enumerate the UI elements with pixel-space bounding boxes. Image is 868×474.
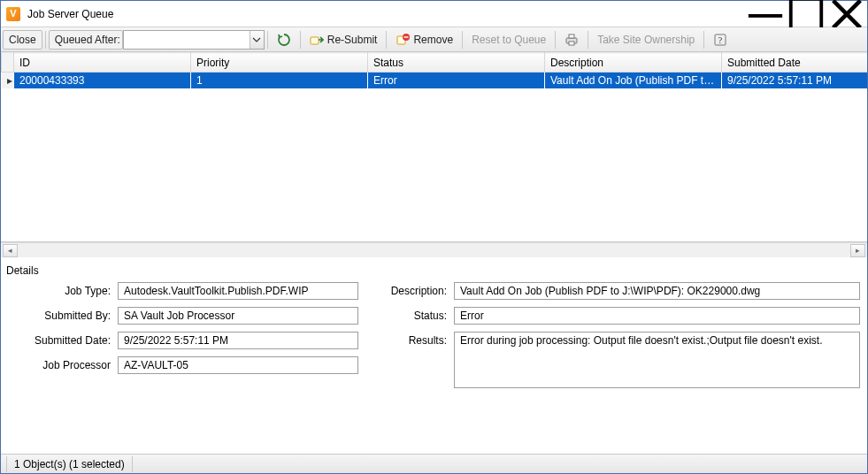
window-title: Job Server Queue: [27, 8, 113, 20]
job-type-field: Autodesk.VaultToolkit.Publish.PDF.WIP: [118, 282, 358, 300]
toolbar: Close Queued After: Re-Submit: [1, 27, 867, 52]
details-header: Details: [4, 263, 860, 282]
close-button[interactable]: Close: [3, 30, 42, 50]
svg-rect-8: [569, 42, 574, 45]
reset-to-queue-button[interactable]: Reset to Queue: [465, 30, 552, 50]
svg-rect-0: [749, 14, 782, 18]
cell-submitted-date: 9/25/2022 5:57:11 PM: [722, 73, 868, 89]
table-row[interactable]: ▸ 20000433393 1 Error Vault Add On Job (…: [2, 73, 868, 89]
row-indicator-icon: ▸: [2, 73, 14, 89]
toolbar-separator: [386, 31, 387, 49]
help-icon: ?: [713, 33, 727, 47]
toolbar-separator: [267, 31, 268, 49]
svg-rect-7: [569, 34, 574, 38]
description-label: Description:: [367, 282, 447, 297]
cell-description: Vault Add On Job (Publish PDF to J:...: [545, 73, 722, 89]
printer-icon: [565, 33, 579, 47]
svg-rect-5: [404, 36, 409, 37]
col-header-description[interactable]: Description: [545, 53, 722, 73]
svg-text:?: ?: [718, 35, 723, 45]
help-button[interactable]: ?: [707, 30, 734, 50]
scroll-right-icon[interactable]: ▸: [850, 244, 865, 257]
results-field: Error during job processing: Output file…: [454, 332, 860, 388]
take-ownership-label: Take Site Ownership: [597, 34, 695, 46]
resubmit-label: Re-Submit: [327, 34, 378, 46]
minimize-button[interactable]: [745, 1, 786, 27]
description-field: Vault Add On Job (Publish PDF to J:\WIP\…: [454, 282, 860, 300]
close-label: Close: [9, 34, 36, 46]
row-handle-header: [2, 53, 14, 73]
object-count: 1 Object(s) (1 selected): [6, 456, 133, 472]
queued-after-label: Queued After:: [55, 34, 120, 46]
app-window: V Job Server Queue Close Queued After:: [0, 0, 868, 474]
horizontal-scrollbar[interactable]: ◂ ▸: [1, 242, 867, 257]
refresh-icon: [277, 33, 291, 47]
cell-id: 20000433393: [14, 73, 191, 89]
scroll-left-icon[interactable]: ◂: [3, 244, 18, 257]
job-processor-label: Job Processor: [4, 356, 111, 371]
toolbar-separator: [703, 31, 704, 49]
svg-rect-1: [791, 0, 822, 29]
col-header-status[interactable]: Status: [368, 53, 545, 73]
col-header-priority[interactable]: Priority: [191, 53, 368, 73]
close-window-button[interactable]: [826, 1, 867, 27]
cell-priority: 1: [191, 73, 368, 89]
queued-after-input[interactable]: [124, 31, 250, 49]
job-type-label: Job Type:: [4, 282, 111, 297]
remove-label: Remove: [413, 34, 453, 46]
toolbar-separator: [555, 31, 556, 49]
remove-button[interactable]: Remove: [389, 30, 459, 50]
col-header-submitted-date[interactable]: Submitted Date: [722, 53, 868, 73]
queued-after-combo[interactable]: [123, 30, 265, 50]
remove-icon: [396, 33, 410, 47]
reset-label: Reset to Queue: [472, 34, 546, 46]
toolbar-separator: [462, 31, 463, 49]
status-field: Error: [454, 307, 860, 325]
results-label: Results:: [367, 332, 447, 347]
svg-rect-2: [311, 37, 319, 44]
col-header-id[interactable]: ID: [14, 53, 191, 73]
submitted-date-label: Submitted Date:: [4, 332, 111, 347]
toolbar-separator: [45, 31, 46, 49]
status-label: Status:: [367, 307, 447, 322]
title-bar: V Job Server Queue: [1, 1, 867, 27]
job-processor-field: AZ-VAULT-05: [118, 356, 358, 374]
combo-arrow[interactable]: [250, 31, 264, 49]
status-bar: 1 Object(s) (1 selected): [1, 454, 867, 473]
maximize-button[interactable]: [786, 1, 826, 27]
grid-area: ID Priority Status Description Submitted…: [1, 52, 867, 242]
submitted-date-field: 9/25/2022 5:57:11 PM: [118, 332, 358, 349]
job-grid[interactable]: ID Priority Status Description Submitted…: [1, 52, 867, 88]
resubmit-button[interactable]: Re-Submit: [303, 30, 384, 50]
app-icon: V: [6, 7, 20, 21]
refresh-button[interactable]: [271, 30, 297, 50]
print-button[interactable]: [558, 30, 585, 50]
resubmit-icon: [310, 33, 324, 47]
cell-status: Error: [368, 73, 545, 89]
toolbar-separator: [588, 31, 588, 49]
toolbar-separator: [300, 31, 301, 49]
queued-after-group: Queued After:: [49, 30, 123, 50]
details-panel: Details Job Type: Autodesk.VaultToolkit.…: [1, 257, 867, 454]
take-ownership-button[interactable]: Take Site Ownership: [591, 30, 701, 50]
grid-header-row: ID Priority Status Description Submitted…: [2, 53, 868, 73]
submitted-by-label: Submitted By:: [4, 307, 111, 322]
submitted-by-field: SA Vault Job Processor: [118, 307, 358, 325]
chevron-down-icon: [252, 35, 261, 44]
